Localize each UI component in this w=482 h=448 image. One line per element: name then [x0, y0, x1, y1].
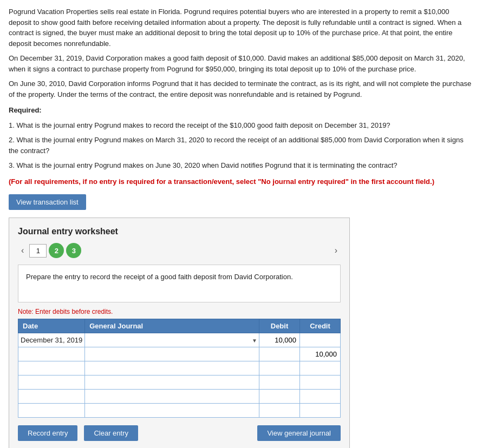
debit-cell[interactable] [259, 404, 300, 418]
paragraph-2: On December 31, 2019, David Corporation … [9, 53, 473, 74]
general-journal-input[interactable] [87, 350, 257, 358]
required-item-3: 3. What is the journal entry Pogrund mak… [9, 160, 473, 171]
general-journal-input[interactable] [87, 364, 257, 372]
tab-navigation: ‹ 1 2 3 › [18, 243, 341, 258]
worksheet-prompt: Prepare the entry to record the receipt … [18, 265, 341, 302]
date-cell: December 31, 2019 [18, 333, 85, 347]
journal-table: Date General Journal Debit Credit Decemb… [18, 319, 341, 418]
next-tab-button[interactable]: › [331, 245, 341, 256]
table-row [18, 404, 341, 418]
credit-cell[interactable] [300, 390, 341, 404]
date-cell [18, 404, 85, 418]
col-date: Date [18, 319, 85, 333]
tab-3[interactable]: 3 [66, 243, 81, 258]
col-general-journal: General Journal [85, 319, 259, 333]
debit-input[interactable] [262, 378, 297, 386]
debit-cell[interactable] [259, 375, 300, 390]
debit-cell[interactable] [259, 347, 300, 361]
journal-entry-worksheet: Journal entry worksheet ‹ 1 2 3 › Prepar… [9, 218, 350, 448]
general-journal-input[interactable] [87, 392, 257, 400]
credit-input[interactable] [302, 350, 338, 358]
credit-input[interactable] [302, 378, 338, 386]
table-row [18, 390, 341, 404]
record-entry-button[interactable]: Record entry [18, 425, 77, 441]
general-journal-input[interactable] [87, 378, 257, 386]
credit-cell[interactable] [300, 404, 341, 418]
general-journal-cell[interactable] [85, 347, 259, 361]
prev-tab-button[interactable]: ‹ [18, 245, 27, 256]
note-text: Note: Enter debits before credits. [18, 308, 341, 315]
date-cell [18, 375, 85, 390]
debit-input[interactable] [262, 392, 297, 400]
table-row: December 31, 2019▼ [18, 333, 341, 347]
red-notice: (For all requirements, if no entry is re… [9, 176, 473, 187]
col-debit: Debit [259, 319, 300, 333]
credit-cell[interactable] [300, 347, 341, 361]
credit-input[interactable] [302, 364, 338, 372]
debit-cell[interactable] [259, 390, 300, 404]
col-credit: Credit [300, 319, 341, 333]
worksheet-title: Journal entry worksheet [18, 227, 341, 236]
general-journal-cell[interactable] [85, 390, 259, 404]
credit-cell[interactable] [300, 333, 341, 347]
clear-entry-button[interactable]: Clear entry [84, 425, 138, 441]
general-journal-input[interactable] [87, 406, 257, 414]
date-cell [18, 390, 85, 404]
credit-input[interactable] [302, 406, 338, 414]
view-general-journal-button[interactable]: View general journal [257, 425, 341, 441]
debit-input[interactable] [262, 350, 297, 358]
debit-input[interactable] [262, 406, 297, 414]
credit-cell[interactable] [300, 375, 341, 390]
general-journal-cell[interactable] [85, 375, 259, 390]
general-journal-cell[interactable]: ▼ [85, 333, 259, 347]
table-row [18, 347, 341, 361]
tab-2[interactable]: 2 [49, 243, 64, 258]
paragraph-3: On June 30, 2010, David Corporation info… [9, 78, 473, 100]
credit-cell[interactable] [300, 361, 341, 375]
debit-cell[interactable] [259, 361, 300, 375]
required-item-2: 2. What is the journal entry Pogrund mak… [9, 135, 473, 156]
view-transaction-button[interactable]: View transaction list [9, 194, 86, 210]
paragraph-1: Pogrund Vacation Properties sells real e… [9, 6, 473, 49]
general-journal-cell[interactable] [85, 404, 259, 418]
debit-input[interactable] [262, 336, 297, 344]
required-item-1: 1. What is the journal entry Pogrund mak… [9, 120, 473, 131]
tab-1[interactable]: 1 [29, 244, 47, 258]
required-label: Required: [9, 105, 473, 116]
debit-cell[interactable] [259, 333, 300, 347]
credit-input[interactable] [302, 336, 338, 344]
general-journal-input[interactable] [87, 336, 257, 344]
credit-input[interactable] [302, 392, 338, 400]
date-cell [18, 361, 85, 375]
table-row [18, 375, 341, 390]
general-journal-cell[interactable] [85, 361, 259, 375]
table-row [18, 361, 341, 375]
action-buttons: Record entry Clear entry View general jo… [18, 425, 341, 441]
date-cell [18, 347, 85, 361]
debit-input[interactable] [262, 364, 297, 372]
